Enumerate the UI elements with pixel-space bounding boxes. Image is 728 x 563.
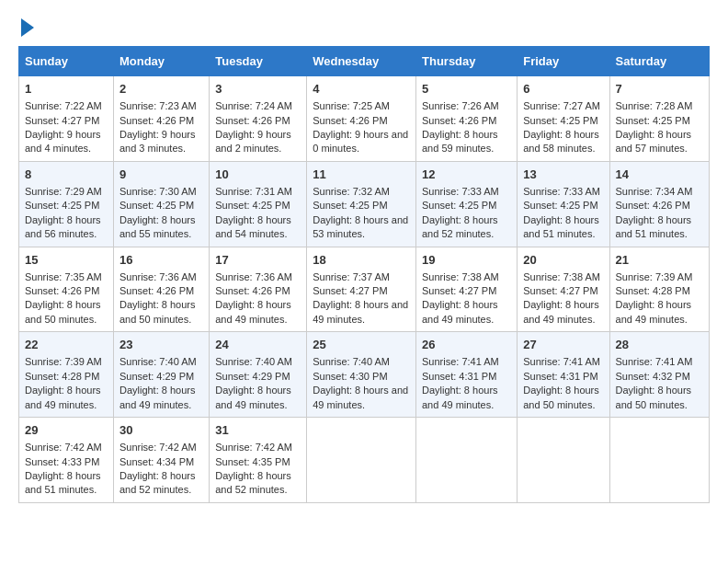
day-number: 15 <box>25 252 108 269</box>
sunrise-text: Sunrise: 7:31 AM <box>215 185 301 199</box>
week-row-1: 1Sunrise: 7:22 AMSunset: 4:27 PMDaylight… <box>19 76 710 162</box>
daylight-text: Daylight: 8 hours and 52 minutes. <box>119 469 203 498</box>
sunset-text: Sunset: 4:26 PM <box>119 284 203 298</box>
calendar-cell: 4Sunrise: 7:25 AMSunset: 4:26 PMDaylight… <box>307 76 416 162</box>
day-number: 18 <box>313 252 410 269</box>
sunrise-text: Sunrise: 7:42 AM <box>25 441 108 454</box>
daylight-text: Daylight: 8 hours and 55 minutes. <box>119 213 203 242</box>
sunrise-text: Sunrise: 7:40 AM <box>313 355 410 369</box>
day-number: 5 <box>422 81 511 98</box>
daylight-text: Daylight: 8 hours and 50 minutes. <box>25 298 108 327</box>
daylight-text: Daylight: 9 hours and 3 minutes. <box>119 128 203 156</box>
sunset-text: Sunset: 4:25 PM <box>616 114 703 128</box>
calendar-cell: 5Sunrise: 7:26 AMSunset: 4:26 PMDaylight… <box>416 76 518 162</box>
sunrise-text: Sunrise: 7:38 AM <box>422 270 511 284</box>
day-number: 19 <box>422 252 511 269</box>
sunset-text: Sunset: 4:25 PM <box>119 199 203 213</box>
sunrise-text: Sunrise: 7:37 AM <box>313 270 410 284</box>
sunset-text: Sunset: 4:25 PM <box>215 199 301 213</box>
page-header <box>18 18 710 37</box>
column-header-saturday: Saturday <box>609 47 709 76</box>
sunrise-text: Sunrise: 7:33 AM <box>422 185 511 199</box>
sunset-text: Sunset: 4:26 PM <box>616 199 703 213</box>
calendar-cell: 14Sunrise: 7:34 AMSunset: 4:26 PMDayligh… <box>609 161 709 247</box>
calendar-cell: 31Sunrise: 7:42 AMSunset: 4:35 PMDayligh… <box>210 418 307 503</box>
calendar-cell: 22Sunrise: 7:39 AMSunset: 4:28 PMDayligh… <box>19 332 114 418</box>
calendar-cell: 16Sunrise: 7:36 AMSunset: 4:26 PMDayligh… <box>113 247 209 332</box>
sunrise-text: Sunrise: 7:24 AM <box>215 99 301 113</box>
sunrise-text: Sunrise: 7:33 AM <box>523 185 603 199</box>
sunset-text: Sunset: 4:35 PM <box>215 455 301 469</box>
daylight-text: Daylight: 9 hours and 2 minutes. <box>215 128 301 156</box>
week-row-4: 22Sunrise: 7:39 AMSunset: 4:28 PMDayligh… <box>19 332 710 418</box>
daylight-text: Daylight: 8 hours and 49 minutes. <box>616 298 703 327</box>
logo-triangle-icon <box>21 18 34 37</box>
sunrise-text: Sunrise: 7:25 AM <box>313 99 410 113</box>
daylight-text: Daylight: 8 hours and 49 minutes. <box>215 298 301 327</box>
calendar-cell <box>518 418 609 503</box>
column-header-friday: Friday <box>518 47 609 76</box>
calendar-header-row: SundayMondayTuesdayWednesdayThursdayFrid… <box>19 47 710 76</box>
day-number: 17 <box>215 252 301 269</box>
calendar-cell <box>416 418 518 503</box>
sunset-text: Sunset: 4:25 PM <box>313 199 410 213</box>
daylight-text: Daylight: 8 hours and 49 minutes. <box>523 298 603 327</box>
day-number: 13 <box>523 167 603 183</box>
sunrise-text: Sunrise: 7:39 AM <box>616 270 703 284</box>
sunset-text: Sunset: 4:27 PM <box>523 284 603 298</box>
day-number: 20 <box>523 252 603 269</box>
daylight-text: Daylight: 8 hours and 51 minutes. <box>523 213 603 242</box>
sunrise-text: Sunrise: 7:41 AM <box>616 355 703 369</box>
daylight-text: Daylight: 8 hours and 49 minutes. <box>313 298 410 327</box>
calendar-cell: 21Sunrise: 7:39 AMSunset: 4:28 PMDayligh… <box>609 247 709 332</box>
calendar-cell: 29Sunrise: 7:42 AMSunset: 4:33 PMDayligh… <box>19 418 114 503</box>
day-number: 10 <box>215 167 301 183</box>
calendar-cell: 20Sunrise: 7:38 AMSunset: 4:27 PMDayligh… <box>518 247 609 332</box>
daylight-text: Daylight: 8 hours and 49 minutes. <box>313 384 410 412</box>
daylight-text: Daylight: 8 hours and 49 minutes. <box>422 384 511 412</box>
calendar-cell: 11Sunrise: 7:32 AMSunset: 4:25 PMDayligh… <box>307 161 416 247</box>
daylight-text: Daylight: 8 hours and 49 minutes. <box>215 384 301 412</box>
daylight-text: Daylight: 8 hours and 59 minutes. <box>422 128 511 156</box>
daylight-text: Daylight: 8 hours and 52 minutes. <box>215 469 301 498</box>
sunrise-text: Sunrise: 7:29 AM <box>25 185 108 199</box>
sunrise-text: Sunrise: 7:27 AM <box>523 99 603 113</box>
calendar-cell: 17Sunrise: 7:36 AMSunset: 4:26 PMDayligh… <box>210 247 307 332</box>
sunrise-text: Sunrise: 7:40 AM <box>215 355 301 369</box>
day-number: 16 <box>119 252 203 269</box>
daylight-text: Daylight: 8 hours and 49 minutes. <box>422 298 511 327</box>
calendar-cell: 28Sunrise: 7:41 AMSunset: 4:32 PMDayligh… <box>609 332 709 418</box>
sunset-text: Sunset: 4:31 PM <box>422 370 511 384</box>
day-number: 11 <box>313 167 410 183</box>
column-header-monday: Monday <box>113 47 209 76</box>
day-number: 21 <box>616 252 703 269</box>
daylight-text: Daylight: 9 hours and 0 minutes. <box>313 128 410 156</box>
sunset-text: Sunset: 4:26 PM <box>215 284 301 298</box>
sunset-text: Sunset: 4:26 PM <box>119 114 203 128</box>
day-number: 3 <box>215 81 301 98</box>
week-row-2: 8Sunrise: 7:29 AMSunset: 4:25 PMDaylight… <box>19 161 710 247</box>
calendar-cell: 8Sunrise: 7:29 AMSunset: 4:25 PMDaylight… <box>19 161 114 247</box>
calendar-cell <box>307 418 416 503</box>
column-header-sunday: Sunday <box>19 47 114 76</box>
day-number: 31 <box>215 422 301 439</box>
day-number: 29 <box>25 422 108 439</box>
sunset-text: Sunset: 4:25 PM <box>25 199 108 213</box>
day-number: 24 <box>215 337 301 353</box>
sunrise-text: Sunrise: 7:36 AM <box>119 270 203 284</box>
daylight-text: Daylight: 8 hours and 51 minutes. <box>25 469 108 498</box>
sunset-text: Sunset: 4:28 PM <box>616 284 703 298</box>
sunset-text: Sunset: 4:27 PM <box>313 284 410 298</box>
sunrise-text: Sunrise: 7:26 AM <box>422 99 511 113</box>
calendar-table: SundayMondayTuesdayWednesdayThursdayFrid… <box>18 46 710 503</box>
day-number: 14 <box>616 167 703 183</box>
day-number: 1 <box>25 81 108 98</box>
daylight-text: Daylight: 8 hours and 57 minutes. <box>616 128 703 156</box>
day-number: 6 <box>523 81 603 98</box>
sunset-text: Sunset: 4:29 PM <box>215 370 301 384</box>
sunrise-text: Sunrise: 7:42 AM <box>119 441 203 454</box>
daylight-text: Daylight: 8 hours and 50 minutes. <box>616 384 703 412</box>
calendar-cell: 13Sunrise: 7:33 AMSunset: 4:25 PMDayligh… <box>518 161 609 247</box>
sunrise-text: Sunrise: 7:40 AM <box>119 355 203 369</box>
daylight-text: Daylight: 8 hours and 50 minutes. <box>523 384 603 412</box>
